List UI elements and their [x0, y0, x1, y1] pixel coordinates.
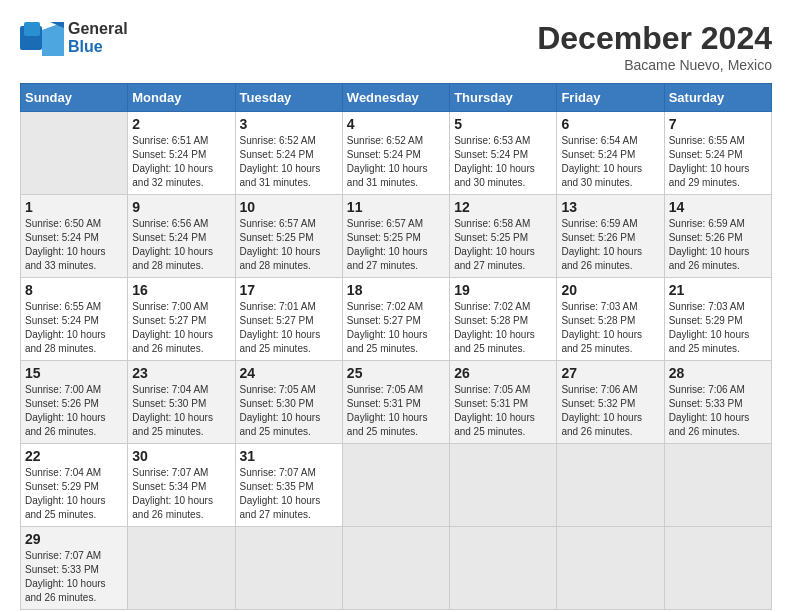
calendar-row-3: 15 Sunrise: 7:00 AMSunset: 5:26 PMDaylig…	[21, 361, 772, 444]
day-number: 19	[454, 282, 552, 298]
logo-icon	[20, 20, 64, 56]
day-number: 4	[347, 116, 445, 132]
calendar-cell: 5 Sunrise: 6:53 AMSunset: 5:24 PMDayligh…	[450, 112, 557, 195]
calendar-cell: 4 Sunrise: 6:52 AMSunset: 5:24 PMDayligh…	[342, 112, 449, 195]
day-info: Sunrise: 6:51 AMSunset: 5:24 PMDaylight:…	[132, 135, 213, 188]
day-number: 3	[240, 116, 338, 132]
day-number: 29	[25, 531, 123, 547]
day-info: Sunrise: 7:07 AMSunset: 5:35 PMDaylight:…	[240, 467, 321, 520]
calendar-cell: 8 Sunrise: 6:55 AMSunset: 5:24 PMDayligh…	[21, 278, 128, 361]
day-header-sunday: Sunday	[21, 84, 128, 112]
calendar-cell	[557, 527, 664, 610]
day-info: Sunrise: 6:56 AMSunset: 5:24 PMDaylight:…	[132, 218, 213, 271]
svg-marker-2	[42, 22, 64, 56]
day-number: 24	[240, 365, 338, 381]
day-info: Sunrise: 7:05 AMSunset: 5:31 PMDaylight:…	[454, 384, 535, 437]
day-info: Sunrise: 7:01 AMSunset: 5:27 PMDaylight:…	[240, 301, 321, 354]
day-number: 17	[240, 282, 338, 298]
calendar-cell: 22 Sunrise: 7:04 AMSunset: 5:29 PMDaylig…	[21, 444, 128, 527]
calendar-cell: 7 Sunrise: 6:55 AMSunset: 5:24 PMDayligh…	[664, 112, 771, 195]
calendar-cell: 18 Sunrise: 7:02 AMSunset: 5:27 PMDaylig…	[342, 278, 449, 361]
day-number: 9	[132, 199, 230, 215]
day-info: Sunrise: 6:55 AMSunset: 5:24 PMDaylight:…	[669, 135, 750, 188]
calendar-cell: 2 Sunrise: 6:51 AMSunset: 5:24 PMDayligh…	[128, 112, 235, 195]
day-info: Sunrise: 7:06 AMSunset: 5:33 PMDaylight:…	[669, 384, 750, 437]
calendar-cell: 27 Sunrise: 7:06 AMSunset: 5:32 PMDaylig…	[557, 361, 664, 444]
day-info: Sunrise: 7:04 AMSunset: 5:30 PMDaylight:…	[132, 384, 213, 437]
calendar-cell: 10 Sunrise: 6:57 AMSunset: 5:25 PMDaylig…	[235, 195, 342, 278]
calendar-row-5: 29 Sunrise: 7:07 AMSunset: 5:33 PMDaylig…	[21, 527, 772, 610]
day-info: Sunrise: 6:54 AMSunset: 5:24 PMDaylight:…	[561, 135, 642, 188]
day-number: 6	[561, 116, 659, 132]
calendar-cell: 23 Sunrise: 7:04 AMSunset: 5:30 PMDaylig…	[128, 361, 235, 444]
day-info: Sunrise: 6:53 AMSunset: 5:24 PMDaylight:…	[454, 135, 535, 188]
day-number: 7	[669, 116, 767, 132]
calendar-cell	[664, 527, 771, 610]
logo-general: General	[68, 20, 128, 38]
svg-rect-1	[24, 22, 40, 36]
day-info: Sunrise: 6:52 AMSunset: 5:24 PMDaylight:…	[347, 135, 428, 188]
day-header-monday: Monday	[128, 84, 235, 112]
day-number: 23	[132, 365, 230, 381]
day-header-friday: Friday	[557, 84, 664, 112]
day-info: Sunrise: 6:58 AMSunset: 5:25 PMDaylight:…	[454, 218, 535, 271]
location: Bacame Nuevo, Mexico	[537, 57, 772, 73]
day-info: Sunrise: 6:57 AMSunset: 5:25 PMDaylight:…	[347, 218, 428, 271]
calendar-cell: 25 Sunrise: 7:05 AMSunset: 5:31 PMDaylig…	[342, 361, 449, 444]
calendar-cell: 14 Sunrise: 6:59 AMSunset: 5:26 PMDaylig…	[664, 195, 771, 278]
logo-blue: Blue	[68, 38, 128, 56]
day-info: Sunrise: 7:06 AMSunset: 5:32 PMDaylight:…	[561, 384, 642, 437]
calendar-header-row: SundayMondayTuesdayWednesdayThursdayFrid…	[21, 84, 772, 112]
day-info: Sunrise: 7:04 AMSunset: 5:29 PMDaylight:…	[25, 467, 106, 520]
calendar-cell: 3 Sunrise: 6:52 AMSunset: 5:24 PMDayligh…	[235, 112, 342, 195]
day-number: 16	[132, 282, 230, 298]
day-info: Sunrise: 6:52 AMSunset: 5:24 PMDaylight:…	[240, 135, 321, 188]
day-number: 15	[25, 365, 123, 381]
day-number: 12	[454, 199, 552, 215]
day-number: 18	[347, 282, 445, 298]
day-info: Sunrise: 6:59 AMSunset: 5:26 PMDaylight:…	[561, 218, 642, 271]
calendar-cell	[450, 527, 557, 610]
day-header-saturday: Saturday	[664, 84, 771, 112]
calendar-cell: 21 Sunrise: 7:03 AMSunset: 5:29 PMDaylig…	[664, 278, 771, 361]
day-info: Sunrise: 6:57 AMSunset: 5:25 PMDaylight:…	[240, 218, 321, 271]
calendar-cell: 1 Sunrise: 6:50 AMSunset: 5:24 PMDayligh…	[21, 195, 128, 278]
calendar-cell: 28 Sunrise: 7:06 AMSunset: 5:33 PMDaylig…	[664, 361, 771, 444]
calendar-cell: 20 Sunrise: 7:03 AMSunset: 5:28 PMDaylig…	[557, 278, 664, 361]
calendar-cell	[235, 527, 342, 610]
calendar-cell: 9 Sunrise: 6:56 AMSunset: 5:24 PMDayligh…	[128, 195, 235, 278]
day-info: Sunrise: 7:02 AMSunset: 5:27 PMDaylight:…	[347, 301, 428, 354]
month-title: December 2024	[537, 20, 772, 57]
calendar-row-2: 8 Sunrise: 6:55 AMSunset: 5:24 PMDayligh…	[21, 278, 772, 361]
calendar-cell	[557, 444, 664, 527]
calendar-row-1: 1 Sunrise: 6:50 AMSunset: 5:24 PMDayligh…	[21, 195, 772, 278]
day-info: Sunrise: 7:02 AMSunset: 5:28 PMDaylight:…	[454, 301, 535, 354]
day-header-tuesday: Tuesday	[235, 84, 342, 112]
day-number: 20	[561, 282, 659, 298]
day-number: 31	[240, 448, 338, 464]
calendar-cell: 12 Sunrise: 6:58 AMSunset: 5:25 PMDaylig…	[450, 195, 557, 278]
calendar-cell	[128, 527, 235, 610]
day-number: 14	[669, 199, 767, 215]
day-number: 27	[561, 365, 659, 381]
calendar-cell: 29 Sunrise: 7:07 AMSunset: 5:33 PMDaylig…	[21, 527, 128, 610]
calendar-cell	[21, 112, 128, 195]
day-number: 22	[25, 448, 123, 464]
day-number: 5	[454, 116, 552, 132]
day-info: Sunrise: 7:05 AMSunset: 5:31 PMDaylight:…	[347, 384, 428, 437]
calendar-cell: 31 Sunrise: 7:07 AMSunset: 5:35 PMDaylig…	[235, 444, 342, 527]
calendar-cell: 26 Sunrise: 7:05 AMSunset: 5:31 PMDaylig…	[450, 361, 557, 444]
day-number: 2	[132, 116, 230, 132]
day-info: Sunrise: 7:03 AMSunset: 5:29 PMDaylight:…	[669, 301, 750, 354]
day-info: Sunrise: 6:55 AMSunset: 5:24 PMDaylight:…	[25, 301, 106, 354]
day-number: 10	[240, 199, 338, 215]
calendar-row-4: 22 Sunrise: 7:04 AMSunset: 5:29 PMDaylig…	[21, 444, 772, 527]
calendar-cell: 24 Sunrise: 7:05 AMSunset: 5:30 PMDaylig…	[235, 361, 342, 444]
day-header-wednesday: Wednesday	[342, 84, 449, 112]
logo: General Blue	[20, 20, 128, 56]
day-number: 26	[454, 365, 552, 381]
calendar-table: SundayMondayTuesdayWednesdayThursdayFrid…	[20, 83, 772, 610]
calendar-cell: 6 Sunrise: 6:54 AMSunset: 5:24 PMDayligh…	[557, 112, 664, 195]
calendar-cell: 30 Sunrise: 7:07 AMSunset: 5:34 PMDaylig…	[128, 444, 235, 527]
day-info: Sunrise: 7:07 AMSunset: 5:34 PMDaylight:…	[132, 467, 213, 520]
